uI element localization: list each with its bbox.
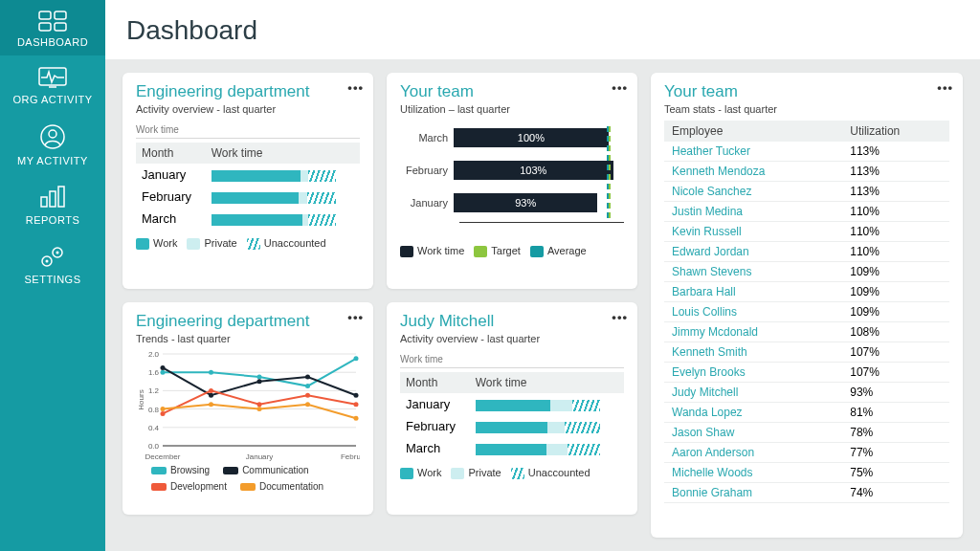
- employee-name[interactable]: Jimmy Mcdonald: [664, 322, 842, 342]
- employee-name[interactable]: Wanda Lopez: [664, 403, 842, 423]
- employee-name[interactable]: Barbara Hall: [664, 282, 842, 302]
- svg-text:2.0: 2.0: [148, 350, 160, 359]
- utilization-value: 113%: [842, 142, 949, 162]
- svg-text:1.2: 1.2: [148, 386, 160, 395]
- col-month: Month: [136, 143, 206, 164]
- legend-work: Work: [400, 467, 441, 479]
- content: ••• Engineering department Activity over…: [105, 59, 980, 551]
- employee-name[interactable]: Jason Shaw: [664, 423, 842, 443]
- employee-name[interactable]: Judy Mitchell: [664, 383, 842, 403]
- svg-point-32: [161, 370, 166, 375]
- card-title: Your team: [400, 82, 624, 101]
- svg-point-38: [209, 393, 213, 398]
- svg-text:January: January: [246, 452, 273, 461]
- table-row: February: [400, 415, 624, 437]
- employee-name[interactable]: Justin Medina: [664, 202, 842, 222]
- bar-cell: [470, 437, 624, 459]
- utilization-value: 109%: [842, 302, 949, 322]
- sidebar-item-dashboard[interactable]: DASHBOARD: [0, 0, 105, 55]
- employee-name[interactable]: Shawn Stevens: [664, 262, 842, 282]
- table-row: Nicole Sanchez 113%: [664, 182, 949, 202]
- employee-name[interactable]: Heather Tucker: [664, 142, 842, 162]
- table-row: February: [136, 186, 360, 208]
- bar-cell: [206, 164, 360, 186]
- utilization-value: 110%: [842, 202, 949, 222]
- svg-rect-0: [39, 11, 51, 19]
- employee-name[interactable]: Evelyn Brooks: [664, 363, 842, 383]
- sidebar-item-label: MY ACTIVITY: [0, 155, 105, 166]
- legend: Work time Target Average: [400, 245, 624, 257]
- svg-rect-9: [50, 191, 56, 207]
- hbar: 93%: [454, 193, 597, 212]
- sidebar-item-label: DASHBOARD: [0, 36, 105, 48]
- card-subtitle: Trends - last quarter: [136, 333, 360, 344]
- card-team-stats: ••• Your team Team stats - last quarter …: [651, 73, 963, 538]
- svg-point-47: [161, 407, 166, 411]
- card-menu-button[interactable]: •••: [347, 80, 364, 95]
- employee-name[interactable]: Louis Collins: [664, 302, 842, 322]
- user-circle-icon: [38, 122, 67, 151]
- bar-cell: [206, 186, 360, 208]
- svg-point-39: [257, 379, 262, 384]
- table-row: Bonnie Graham 74%: [664, 483, 949, 503]
- svg-text:February: February: [341, 452, 360, 461]
- employee-name[interactable]: Nicole Sanchez: [664, 182, 842, 202]
- app-root: DASHBOARD ORG ACTIVITY MY ACTIVITY: [0, 0, 980, 551]
- card-menu-button[interactable]: •••: [612, 80, 628, 95]
- legend-average: Average: [530, 245, 587, 257]
- legend-communication: Communication: [223, 465, 308, 475]
- sidebar-item-label: REPORTS: [0, 214, 105, 226]
- card-menu-button[interactable]: •••: [612, 310, 628, 324]
- page-title: Dashboard: [126, 15, 959, 46]
- legend: Work Private Unaccounted: [400, 467, 624, 479]
- employee-name[interactable]: Kenneth Smith: [664, 342, 842, 363]
- table-row: Kenneth Mendoza 113%: [664, 162, 949, 182]
- employee-name[interactable]: Edward Jordan: [664, 242, 842, 262]
- hbar-row: March 100%: [400, 124, 624, 151]
- svg-rect-10: [58, 187, 64, 207]
- legend-target: Target: [474, 245, 521, 257]
- sidebar-item-settings[interactable]: SETTINGS: [0, 233, 105, 293]
- employee-name[interactable]: Bonnie Graham: [664, 483, 842, 503]
- legend-browsing: Browsing: [151, 465, 210, 475]
- card-title: Engineering department: [136, 82, 360, 101]
- sidebar-item-my-activity[interactable]: MY ACTIVITY: [0, 113, 105, 174]
- table-row: Kevin Russell 110%: [664, 222, 949, 242]
- gears-icon: [36, 243, 69, 270]
- table-row: January: [136, 164, 360, 186]
- utilization-value: 77%: [842, 443, 949, 463]
- line-chart-legend: Browsing Communication Development Docum…: [151, 465, 360, 492]
- card-judy: ••• Judy Mitchell Activity overview - la…: [387, 302, 637, 515]
- svg-point-51: [354, 416, 359, 421]
- utilization-value: 78%: [842, 423, 949, 443]
- card-menu-button[interactable]: •••: [937, 80, 953, 95]
- month-cell: January: [400, 393, 470, 415]
- table-row: Justin Medina 110%: [664, 202, 949, 222]
- legend-worktime: Work time: [400, 245, 464, 257]
- svg-text:0.8: 0.8: [148, 406, 160, 414]
- employee-name[interactable]: Kenneth Mendoza: [664, 162, 842, 182]
- section-tab: Work time: [136, 121, 360, 139]
- svg-point-12: [56, 252, 59, 254]
- table-row: Evelyn Brooks 107%: [664, 363, 949, 383]
- employee-name[interactable]: Michelle Woods: [664, 463, 842, 483]
- average-line: [607, 126, 609, 218]
- employee-name[interactable]: Aaron Anderson: [664, 443, 842, 463]
- hbar-label: February: [400, 165, 454, 176]
- bar-chart-icon: [36, 184, 69, 210]
- bar-cell: [470, 393, 624, 415]
- svg-rect-3: [55, 23, 66, 31]
- svg-point-50: [305, 402, 310, 407]
- card-menu-button[interactable]: •••: [347, 310, 364, 324]
- utilization-value: 75%: [842, 463, 949, 483]
- svg-point-44: [257, 402, 262, 407]
- utilization-value: 108%: [842, 322, 949, 342]
- col-month: Month: [400, 372, 470, 393]
- employee-name[interactable]: Kevin Russell: [664, 222, 842, 242]
- table-row: Wanda Lopez 81%: [664, 403, 949, 423]
- month-cell: March: [136, 208, 206, 230]
- worktime-table: Month Work time January February March: [400, 372, 624, 459]
- sidebar-item-reports[interactable]: REPORTS: [0, 174, 105, 233]
- legend-work: Work: [136, 237, 177, 250]
- sidebar-item-org-activity[interactable]: ORG ACTIVITY: [0, 55, 105, 113]
